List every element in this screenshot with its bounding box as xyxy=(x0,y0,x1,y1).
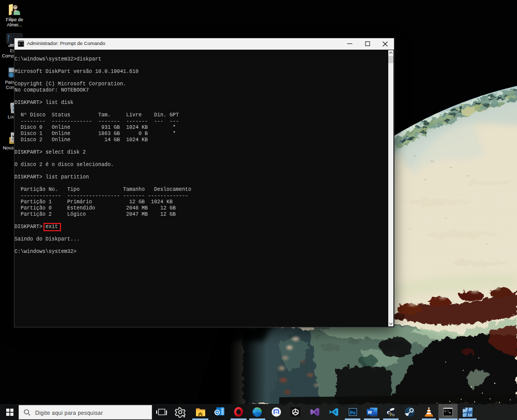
svg-text:Ps: Ps xyxy=(350,410,356,415)
svg-text:jr: jr xyxy=(390,412,393,416)
svg-text:s: s xyxy=(183,414,185,418)
svg-text:W: W xyxy=(368,410,372,415)
svg-text:10: 10 xyxy=(467,413,472,417)
svg-text:C:\: C:\ xyxy=(445,410,449,413)
